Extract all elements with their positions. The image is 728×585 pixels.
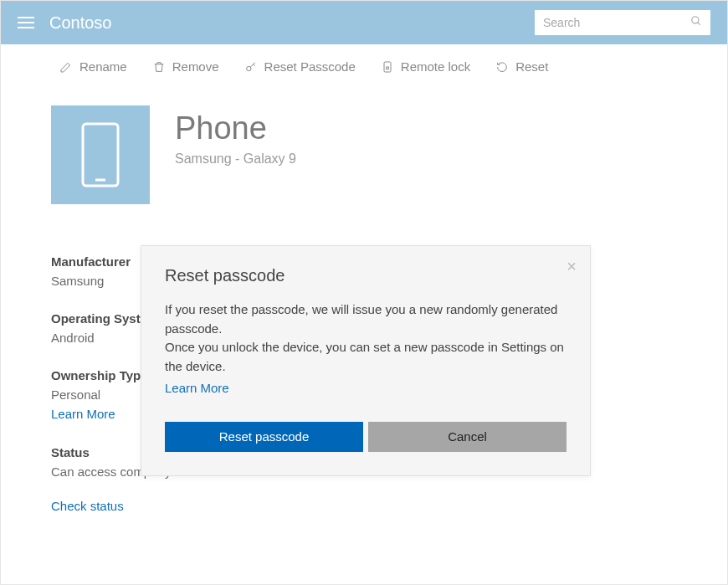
reset-icon [495,60,509,74]
dialog-learn-more-link[interactable]: Learn More [165,379,229,398]
ownership-learn-more-link[interactable]: Learn More [51,407,115,421]
cancel-button[interactable]: Cancel [368,422,567,452]
reset-passcode-confirm-button[interactable]: Reset passcode [165,422,363,452]
rename-button[interactable]: Rename [59,59,127,74]
remove-button[interactable]: Remove [152,59,219,74]
device-info: Phone Samsung - Galaxy 9 [175,105,296,167]
phone-icon [81,122,120,187]
search-input[interactable] [543,16,685,29]
trash-icon [152,60,166,74]
lock-device-icon [381,60,394,74]
search-icon[interactable] [690,15,702,30]
search-box[interactable] [535,10,710,35]
dialog-buttons: Reset passcode Cancel [165,422,567,452]
svg-line-1 [698,23,700,25]
header-left: Contoso [18,13,112,33]
toolbar: Rename Remove Reset Passcode Remote lock… [1,44,727,89]
brand-title: Contoso [49,13,112,33]
device-title: Phone [175,110,296,146]
reset-button[interactable]: Reset [495,59,548,74]
close-icon[interactable]: × [567,258,577,275]
device-subtitle: Samsung - Galaxy 9 [175,151,296,167]
remove-label: Remove [172,59,219,74]
dialog-text-2: Once you unlock the device, you can set … [165,340,564,373]
svg-point-0 [692,17,699,23]
dialog-title: Reset passcode [165,266,567,285]
reset-passcode-button[interactable]: Reset Passcode [244,59,356,74]
dialog-text-1: If you reset the passcode, we will issue… [165,302,557,336]
rename-label: Rename [79,59,127,74]
device-header: Phone Samsung - Galaxy 9 [51,105,727,204]
reset-passcode-label: Reset Passcode [264,59,356,74]
reset-passcode-dialog: × Reset passcode If you reset the passco… [141,245,591,476]
pencil-icon [59,60,73,74]
check-status-link[interactable]: Check status [51,499,124,513]
key-icon [244,60,258,74]
dialog-body: If you reset the passcode, we will issue… [165,300,567,398]
svg-rect-5 [83,124,118,186]
svg-rect-4 [386,67,388,69]
hamburger-menu-icon[interactable] [18,17,34,28]
app-header: Contoso [1,1,727,44]
remote-lock-button[interactable]: Remote lock [381,59,470,74]
svg-point-2 [246,66,250,70]
device-tile [51,105,150,204]
reset-label: Reset [515,59,548,74]
remote-lock-label: Remote lock [401,59,470,74]
